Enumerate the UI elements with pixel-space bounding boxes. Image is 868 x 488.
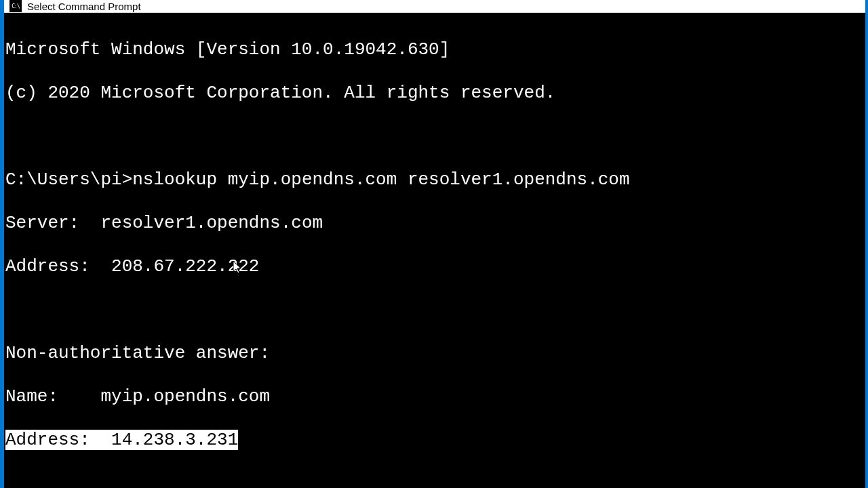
address-value: 208.67.222.222	[111, 256, 259, 277]
output-line: Address: 208.67.222.222	[5, 256, 864, 277]
result-address-value: 14.238.3.231	[111, 430, 238, 450]
prompt: C:\Users\pi>	[5, 169, 132, 190]
blank-line	[5, 299, 864, 321]
titlebar[interactable]: C:\ Select Command Prompt	[4, 0, 865, 13]
output-line-selected: Address: 14.238.3.231	[5, 429, 864, 451]
result-address-label: Address:	[5, 430, 111, 450]
cmd-icon: C:\	[9, 0, 22, 12]
command-line: C:\Users\pi>nslookup myip.opendns.com re…	[5, 169, 864, 190]
terminal-output[interactable]: Microsoft Windows [Version 10.0.19042.63…	[4, 13, 865, 488]
output-line: Name: myip.opendns.com	[5, 386, 864, 407]
server-value: resolver1.opendns.com	[100, 213, 323, 233]
banner-line: (c) 2020 Microsoft Corporation. All righ…	[5, 82, 864, 104]
blank-line	[5, 125, 864, 147]
output-line: Server: resolver1.opendns.com	[5, 212, 864, 234]
name-label: Name:	[5, 386, 100, 407]
output-line: Non-authoritative answer:	[5, 342, 864, 364]
command-text: nslookup myip.opendns.com resolver1.open…	[132, 169, 629, 190]
blank-line	[5, 472, 864, 488]
server-label: Server:	[5, 213, 100, 233]
selected-text: Address: 14.238.3.231	[5, 430, 238, 450]
banner-line: Microsoft Windows [Version 10.0.19042.63…	[5, 39, 864, 60]
name-value: myip.opendns.com	[100, 386, 270, 407]
address-label: Address:	[5, 256, 111, 277]
window-title: Select Command Prompt	[27, 1, 141, 12]
command-prompt-window: C:\ Select Command Prompt Microsoft Wind…	[4, 0, 865, 488]
